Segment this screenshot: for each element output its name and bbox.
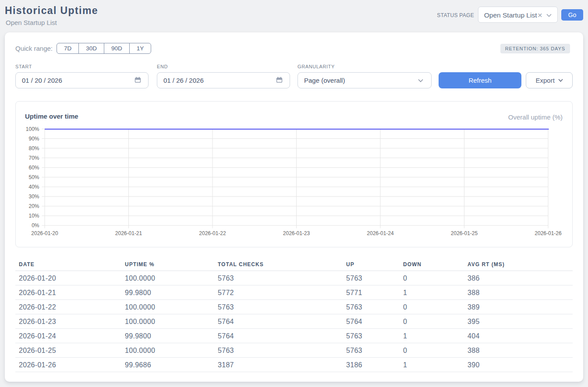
- svg-text:2026-01-22: 2026-01-22: [199, 230, 226, 236]
- svg-text:2026-01-25: 2026-01-25: [451, 230, 478, 236]
- svg-text:0%: 0%: [32, 222, 39, 229]
- svg-text:90%: 90%: [28, 136, 39, 142]
- svg-text:30%: 30%: [28, 194, 39, 200]
- svg-text:2026-01-23: 2026-01-23: [283, 230, 310, 236]
- svg-text:50%: 50%: [28, 174, 39, 180]
- svg-text:2026-01-21: 2026-01-21: [115, 230, 142, 236]
- svg-text:70%: 70%: [28, 155, 39, 161]
- svg-text:2026-01-26: 2026-01-26: [535, 230, 562, 236]
- svg-text:80%: 80%: [28, 145, 39, 151]
- svg-text:2026-01-24: 2026-01-24: [367, 230, 394, 236]
- svg-text:20%: 20%: [28, 203, 39, 209]
- svg-text:40%: 40%: [28, 184, 39, 190]
- svg-text:60%: 60%: [28, 165, 39, 171]
- svg-text:2026-01-20: 2026-01-20: [31, 230, 58, 236]
- svg-text:100%: 100%: [26, 126, 39, 132]
- svg-text:10%: 10%: [28, 213, 39, 219]
